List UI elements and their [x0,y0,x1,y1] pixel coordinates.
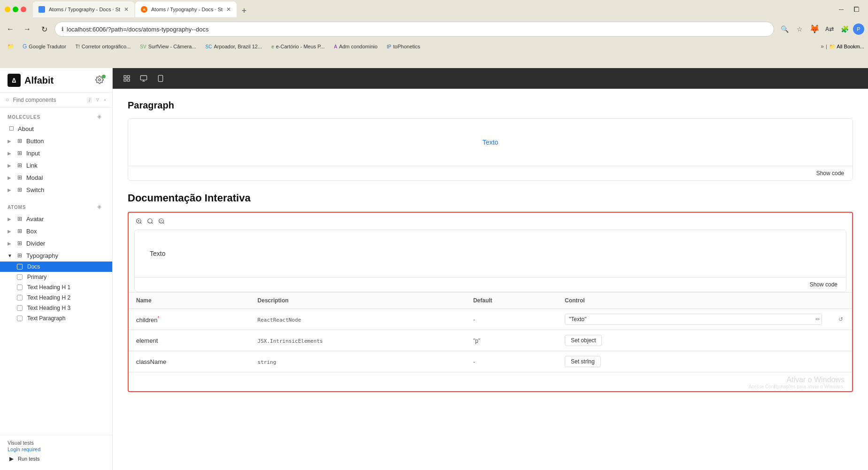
settings-gear-btn[interactable] [95,76,105,85]
h1-icon [17,285,23,290]
logo-icon: ∆ [8,74,21,87]
sidebar-footer: Visual tests Login required ▶ Run tests [0,435,112,470]
row3-default: - [466,351,557,372]
firefox-icon[interactable]: 🦊 [808,23,821,36]
paragraph-heading: Paragraph [128,100,853,111]
browser-titlebar: Atoms / Typography - Docs · St ✕ A Atoms… [0,0,868,19]
svg-point-0 [99,79,101,81]
bookmarks-icon[interactable]: 📁 [4,40,17,53]
col-default: Default [466,293,557,309]
profile-icon[interactable]: P [853,23,864,35]
bookmarks-overflow[interactable]: » | 📁 All Bookm... [821,43,864,50]
sidebar-child-heading-h3[interactable]: Text Heading H 3 [0,303,112,313]
sidebar-child-docs[interactable]: Docs [0,262,112,272]
star-icon[interactable]: ☆ [793,23,806,36]
molecules-pin[interactable]: ◈ [97,113,105,121]
forward-btn[interactable]: → [21,23,34,36]
switch-icon: ⊞ [16,186,23,193]
paragraph-show-code-btn[interactable]: Show code [814,169,847,177]
app-name: Alfabit [24,75,54,86]
toolbar-btn-3[interactable] [154,72,167,85]
row1-reset: ↺ [830,309,852,330]
bookmark-icon-7: tP [387,44,391,49]
row3-control: Set string [557,351,830,372]
atoms-section: ATOMS ◈ ▶ ⊞ Avatar ▶ ⊞ Box ▶ ⊞ Divider [0,198,112,325]
sidebar-child-primary[interactable]: Primary [0,272,112,282]
bookmark-tophonetics[interactable]: tP toPhonetics [383,43,424,50]
sidebar-item-input[interactable]: ▶ ⊞ Input [0,147,112,159]
close-btn[interactable] [21,7,26,12]
bookmark-google-tradutor[interactable]: G Google Tradutor [19,42,70,51]
children-edit-icon[interactable]: ✏ [815,316,820,323]
tab2-close[interactable]: ✕ [226,6,231,13]
tab-list: Atoms / Typography - Docs · St ✕ A Atoms… [33,1,832,17]
sidebar-item-switch[interactable]: ▶ ⊞ Switch [0,184,112,196]
search-icon[interactable]: 🔍 [778,23,791,36]
interactive-show-code-btn[interactable]: Show code [807,280,840,289]
sidebar-item-modal[interactable]: ▶ ⊞ Modal [0,171,112,184]
filter-icon[interactable] [96,97,99,103]
atoms-pin[interactable]: ◈ [97,203,105,211]
typography-arrow: ▼ [8,253,13,258]
sidebar-item-divider[interactable]: ▶ ⊞ Divider [0,237,112,249]
content-area: Paragraph Texto Show code Documentação I… [113,89,868,411]
login-required-link[interactable]: Login required [8,447,105,452]
zoom-reset-btn[interactable] [146,216,155,226]
bookmark-corretor[interactable]: T! Corretor ortográfico... [72,43,134,50]
svg-rect-12 [158,75,162,81]
nav-bar: ← → ↻ ℹ localhost:6006/?path=/docs/atoms… [0,19,868,39]
sidebar-item-typography[interactable]: ▼ ⊞ Typography [0,249,112,262]
children-control-input[interactable] [565,314,822,325]
bookmark-icon-3: SV [140,44,146,49]
svg-point-18 [148,219,152,223]
sidebar-item-about[interactable]: ☐ About [0,123,112,135]
bookmark-ecartorio[interactable]: e e-Cartório - Meus P... [268,43,328,50]
window-restore-btn[interactable]: ⧠ [849,4,863,15]
zoom-in-btn[interactable] [134,216,144,226]
children-control-wrap: ✏ [565,314,822,325]
sidebar-item-button[interactable]: ▶ ⊞ Button [0,135,112,147]
classname-set-string-btn[interactable]: Set string [565,356,601,367]
lock-icon: ℹ [61,26,64,32]
docs-icon [17,264,23,270]
minimize-btn[interactable] [5,7,10,12]
sidebar-child-heading-h2[interactable]: Text Heading H 2 [0,293,112,303]
run-tests-btn[interactable]: ▶ Run tests [8,452,105,465]
toolbar-btn-1[interactable] [120,72,133,85]
sidebar-item-box[interactable]: ▶ ⊞ Box [0,225,112,237]
tab1-close[interactable]: ✕ [124,6,129,13]
sidebar-child-heading-h1[interactable]: Text Heading H 1 [0,282,112,293]
element-set-object-btn[interactable]: Set object [565,335,602,346]
app-logo: ∆ Alfabit [8,74,54,87]
sidebar-child-text-paragraph[interactable]: Text Paragraph [0,313,112,324]
h3-icon [17,305,23,311]
search-bar: / [0,93,112,108]
bookmark-icon-1: G [23,43,27,50]
translate-icon[interactable]: A⇄ [823,23,836,36]
svg-line-15 [140,223,142,224]
maximize-btn[interactable] [13,7,18,12]
browser-tab-1[interactable]: Atoms / Typography - Docs · St ✕ [33,1,134,17]
new-tab-btn[interactable]: + [238,4,251,17]
bookmark-arpoador[interactable]: SC Arpoador, Brazil 12... [202,43,266,50]
row1-reset-btn[interactable]: ↺ [837,316,845,323]
bookmark-adm[interactable]: A Adm condominio [330,43,381,50]
sidebar-item-link[interactable]: ▶ ⊞ Link [0,159,112,171]
bookmark-surfview[interactable]: SV SurfView - Câmera... [136,43,200,50]
bookmark-icon-6: A [334,44,337,49]
add-component-icon[interactable] [103,97,107,103]
zoom-out-btn[interactable] [157,216,166,226]
table-row: element JSX.IntrinsicElements "p" Set ob… [129,330,852,351]
extensions-icon[interactable]: 🧩 [838,23,851,36]
row3-name: className [129,351,250,372]
row2-description: JSX.IntrinsicElements [250,330,466,351]
browser-tab-2[interactable]: A Atoms / Typography - Docs · St ✕ [135,1,237,17]
search-input[interactable] [13,97,83,103]
svg-rect-5 [124,76,126,78]
sidebar-item-avatar[interactable]: ▶ ⊞ Avatar [0,213,112,225]
refresh-btn[interactable]: ↻ [38,23,51,36]
back-btn[interactable]: ← [4,23,17,36]
toolbar-btn-2[interactable] [137,72,150,85]
address-bar[interactable]: ℹ localhost:6006/?path=/docs/atoms-typog… [54,22,774,37]
window-min-btn[interactable]: ─ [835,4,847,15]
